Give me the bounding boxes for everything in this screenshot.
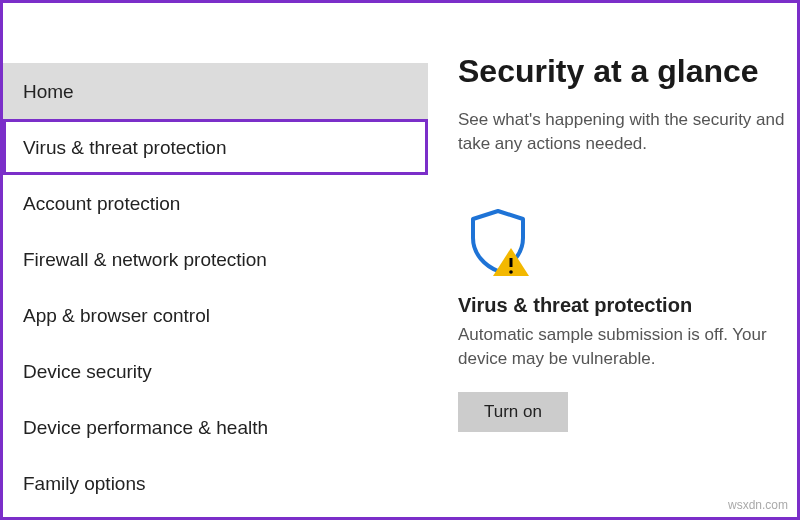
sidebar-item-family-options[interactable]: Family options	[3, 455, 428, 511]
sidebar-item-device-performance[interactable]: Device performance & health	[3, 399, 428, 455]
sidebar-item-device-security[interactable]: Device security	[3, 343, 428, 399]
sidebar-item-label: Account protection	[23, 193, 180, 215]
virus-threat-card: Virus & threat protection Automatic samp…	[458, 196, 797, 432]
sidebar-item-account-protection[interactable]: Account protection	[3, 175, 428, 231]
sidebar-item-label: App & browser control	[23, 305, 210, 327]
sidebar: Home Virus & threat protection Account p…	[3, 3, 428, 517]
main-panel: Security at a glance See what's happenin…	[428, 3, 797, 517]
svg-point-2	[509, 270, 513, 274]
sidebar-item-label: Device performance & health	[23, 417, 268, 439]
sidebar-item-label: Virus & threat protection	[23, 137, 226, 159]
watermark: wsxdn.com	[728, 498, 788, 512]
card-title: Virus & threat protection	[458, 294, 797, 317]
sidebar-item-firewall[interactable]: Firewall & network protection	[3, 231, 428, 287]
turn-on-button[interactable]: Turn on	[458, 392, 568, 432]
sidebar-item-label: Family options	[23, 473, 146, 495]
sidebar-item-label: Device security	[23, 361, 152, 383]
card-description: Automatic sample submission is off. Your…	[458, 323, 778, 372]
sidebar-item-label: Home	[23, 81, 74, 103]
page-title: Security at a glance	[458, 53, 797, 90]
security-window: Home Virus & threat protection Account p…	[0, 0, 800, 520]
sidebar-item-virus-threat[interactable]: Virus & threat protection	[3, 119, 428, 175]
shield-warning-icon	[463, 206, 533, 276]
sidebar-item-home[interactable]: Home	[3, 63, 428, 119]
sidebar-item-label: Firewall & network protection	[23, 249, 267, 271]
sidebar-item-app-browser[interactable]: App & browser control	[3, 287, 428, 343]
page-subtitle: See what's happening with the security a…	[458, 108, 797, 156]
